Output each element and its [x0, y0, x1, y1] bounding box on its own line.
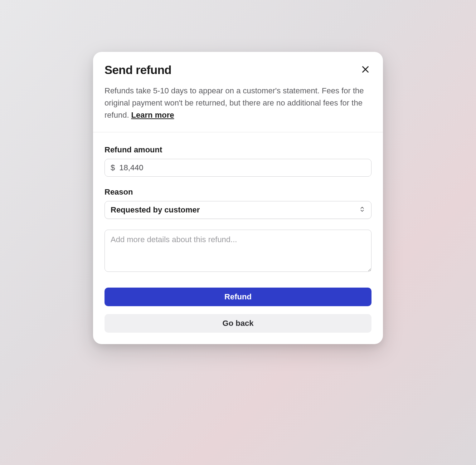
learn-more-link[interactable]: Learn more [131, 111, 174, 119]
amount-input-wrapper: $ [105, 159, 371, 177]
reason-group: Reason Requested by customer [105, 187, 371, 219]
reason-label: Reason [105, 187, 371, 197]
amount-group: Refund amount $ [105, 145, 371, 177]
refund-button[interactable]: Refund [105, 288, 371, 306]
select-chevron-icon [359, 206, 365, 214]
refund-modal: Send refund Refunds take 5-10 days to ap… [93, 52, 383, 344]
modal-description: Refunds take 5-10 days to appear on a cu… [105, 85, 371, 121]
currency-symbol: $ [111, 163, 115, 172]
modal-title-row: Send refund [105, 63, 371, 77]
go-back-button[interactable]: Go back [105, 314, 371, 333]
modal-header: Send refund Refunds take 5-10 days to ap… [93, 52, 383, 132]
modal-body: Refund amount $ Reason Requested by cust… [93, 132, 383, 344]
reason-select[interactable]: Requested by customer [105, 201, 371, 219]
close-icon [361, 65, 370, 75]
modal-title: Send refund [105, 63, 171, 77]
button-group: Refund Go back [105, 288, 371, 333]
amount-label: Refund amount [105, 145, 371, 155]
details-textarea[interactable] [105, 230, 371, 272]
close-button[interactable] [359, 63, 371, 77]
reason-selected-value: Requested by customer [111, 205, 359, 215]
details-group [105, 230, 371, 273]
amount-input[interactable] [119, 163, 365, 172]
